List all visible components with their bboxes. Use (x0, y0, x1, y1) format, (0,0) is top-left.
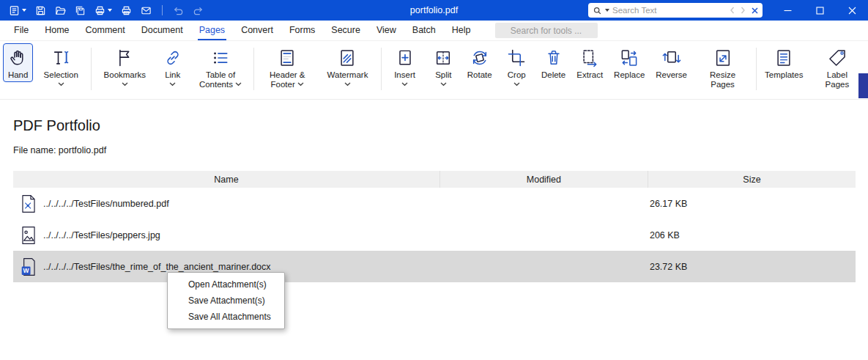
insert-icon (395, 48, 415, 68)
ribbon-tool-insert[interactable]: Insert (385, 43, 425, 92)
watermark-icon (337, 48, 357, 68)
quick-print-button[interactable] (118, 4, 135, 18)
menu-bar-items: FileHomeCommentDocumentPagesConvertForms… (6, 21, 479, 41)
ribbon-tool-split[interactable]: Split (426, 43, 461, 92)
chevron-down-icon (235, 80, 242, 89)
ribbon-tool-table-of-contents[interactable]: Table of Contents (191, 43, 250, 92)
ribbon-tool-link[interactable]: Link (155, 43, 189, 92)
file-name-label: File name: portfolio.pdf (0, 134, 868, 155)
menu-item-batch[interactable]: Batch (404, 21, 444, 41)
image-file-icon (21, 226, 37, 245)
ribbon-tool-label: Watermark (323, 70, 371, 89)
minimize-button[interactable] (771, 0, 804, 21)
ribbon-tool-delete[interactable]: Delete (536, 43, 570, 82)
ribbon-separator (381, 48, 382, 90)
context-menu-item-open-attachment-s[interactable]: Open Attachment(s) (168, 276, 284, 293)
search-input[interactable]: Search Text (612, 6, 726, 15)
email-button[interactable] (138, 4, 155, 18)
search-text-box[interactable]: Search Text (588, 3, 763, 18)
ribbon-tool-hand[interactable]: Hand (3, 43, 33, 82)
email-icon (141, 5, 152, 16)
attachments-rows: ../../../../TestFiles/numbered.pdf26.17 … (13, 188, 856, 282)
ribbon-tool-label: Label Pages (815, 70, 860, 89)
quick-access-toolbar (6, 4, 207, 18)
print-icon (94, 5, 105, 16)
ribbon-tool-rotate[interactable]: Rotate (462, 43, 497, 82)
menu-item-help[interactable]: Help (444, 21, 479, 41)
ribbon-tool-label: Replace (614, 70, 645, 80)
ribbon-tool-extract[interactable]: Extract (572, 43, 608, 82)
ribbon-tool-label: Resize Pages (698, 70, 746, 89)
search-close-icon[interactable] (752, 7, 758, 14)
open-icon (55, 5, 66, 16)
cell-size: 26.17 KB (648, 199, 856, 209)
search-options-caret-icon[interactable] (605, 9, 609, 12)
panel-handle[interactable] (858, 73, 868, 98)
menu-item-document[interactable]: Document (133, 21, 191, 41)
maximize-button[interactable] (804, 0, 836, 21)
menu-item-pages[interactable]: Pages (191, 21, 233, 41)
ribbon-tool-header-footer[interactable]: Header & Footer (258, 43, 316, 92)
ribbon-tool-label: Selection (40, 70, 82, 89)
menu-item-comment[interactable]: Comment (78, 21, 133, 41)
ribbon-tool-label: Header & Footer (263, 70, 311, 89)
ribbon-tool-resize-pages[interactable]: Resize Pages (693, 43, 752, 92)
close-button[interactable] (836, 0, 868, 21)
dropdown-caret-icon (108, 9, 112, 12)
ribbon-tool-templates[interactable]: Templates (760, 43, 808, 82)
chevron-down-icon (513, 80, 520, 89)
ribbon-tool-label: Rotate (467, 70, 492, 80)
toc-icon (210, 48, 231, 68)
chevron-down-icon (169, 80, 176, 89)
redo-icon (193, 5, 204, 16)
table-row[interactable]: W../../../../TestFiles/the_rime_of_the_a… (13, 251, 856, 282)
column-header-modified[interactable]: Modified (439, 171, 648, 188)
rotate-icon (470, 48, 490, 68)
attachment-name: ../../../../TestFiles/peppers.jpg (43, 230, 160, 240)
chevron-down-icon (122, 80, 128, 89)
window-controls (771, 0, 868, 21)
table-row[interactable]: ../../../../TestFiles/peppers.jpg206 KB (13, 219, 856, 251)
menu-item-file[interactable]: File (6, 21, 37, 41)
ribbon-tool-watermark[interactable]: Watermark (318, 43, 376, 92)
ribbon-tool-selection[interactable]: Selection (34, 43, 87, 92)
titlebar-separator (162, 5, 163, 15)
save-button[interactable] (32, 4, 49, 18)
table-row[interactable]: ../../../../TestFiles/numbered.pdf26.17 … (13, 188, 856, 219)
save-all-icon (75, 5, 86, 16)
chevron-down-icon (440, 80, 447, 89)
search-icon[interactable] (593, 6, 602, 15)
ribbon-tool-label: Link (160, 70, 184, 89)
menu-item-secure[interactable]: Secure (323, 21, 368, 41)
column-header-size[interactable]: Size (648, 171, 856, 188)
search-previous-icon[interactable] (729, 7, 736, 14)
pdf-file-icon (21, 194, 37, 213)
templates-icon (774, 48, 794, 68)
menu-item-convert[interactable]: Convert (233, 21, 281, 41)
ribbon-tool-label-pages[interactable]: Label Pages (809, 43, 865, 92)
tool-search-input[interactable]: Search for tools ... (495, 23, 598, 38)
attachment-name: ../../../../TestFiles/the_rime_of_the_an… (43, 262, 271, 272)
context-menu-item-save-attachment-s[interactable]: Save Attachment(s) (168, 293, 284, 309)
titlebar: portfolio.pdf Search Text (0, 0, 868, 21)
redo-button[interactable] (190, 4, 207, 18)
ribbon-tool-label: Crop (503, 70, 530, 89)
menu-bar: FileHomeCommentDocumentPagesConvertForms… (0, 21, 868, 41)
app-menu-button[interactable] (6, 4, 29, 18)
ribbon-tool-crop[interactable]: Crop (498, 43, 535, 92)
ribbon-tool-reverse[interactable]: Reverse (651, 43, 692, 82)
column-header-name[interactable]: Name (13, 171, 439, 188)
undo-button[interactable] (170, 4, 187, 18)
context-menu-item-save-all-attachments[interactable]: Save All Attachments (168, 309, 284, 325)
ribbon-tool-replace[interactable]: Replace (609, 43, 650, 82)
print-button[interactable] (92, 4, 115, 18)
menu-item-forms[interactable]: Forms (281, 21, 323, 41)
search-next-icon[interactable] (739, 7, 746, 14)
save-all-button[interactable] (72, 4, 89, 18)
cell-size: 23.72 KB (648, 262, 856, 272)
extract-icon (579, 48, 600, 68)
menu-item-home[interactable]: Home (37, 21, 77, 41)
menu-item-view[interactable]: View (368, 21, 404, 41)
open-button[interactable] (52, 4, 69, 18)
ribbon-tool-bookmarks[interactable]: Bookmarks (95, 43, 154, 92)
